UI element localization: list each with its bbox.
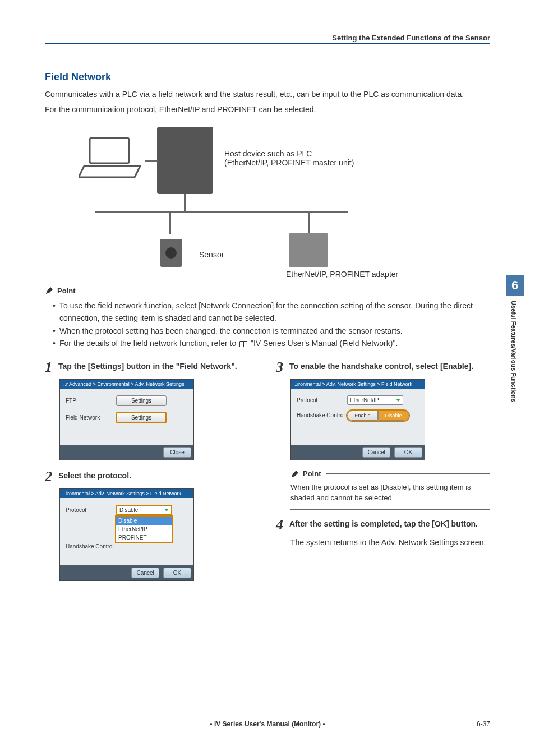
protocol-select[interactable]: EtherNet/IP (347, 395, 403, 405)
point-label: Point (57, 287, 76, 295)
protocol-dropdown[interactable]: Disable EtherNet/IP PROFINET (115, 515, 173, 543)
step3-point-text: When the protocol is set as [Disable], t… (290, 482, 490, 504)
protocol-option-profinet[interactable]: PROFINET (116, 533, 172, 542)
sensor-icon (149, 233, 193, 273)
step-number: 2 (45, 469, 58, 484)
step-1: 1 Tap the [Settings] button in the "Fiel… (45, 360, 259, 375)
breadcrumb: ..r Advanced > Environmental > Adv. Netw… (60, 380, 193, 389)
handshake-label: Handshake Control (66, 543, 116, 550)
connector-line (184, 194, 186, 211)
ui-panel-field-network-protocol: ..ironmental > Adv. Network Settings > F… (59, 488, 194, 581)
cancel-button[interactable]: Cancel (362, 447, 390, 458)
step-text: Select the protocol. (58, 469, 131, 484)
chapter-number: 6 (506, 275, 524, 296)
point-label: Point (303, 469, 321, 478)
connector-line (308, 212, 310, 234)
page-footer: - IV Series User's Manual (Monitor) - 6-… (45, 720, 490, 728)
protocol-select[interactable]: Disable (116, 505, 172, 515)
host-device-label: Host device such as PLC(EtherNet/IP, PRO… (224, 149, 354, 167)
point-list: To use the field network function, selec… (53, 299, 490, 350)
section-title: Field Network (45, 67, 490, 83)
chapter-title: Useful Features/Various Functions (506, 296, 522, 407)
protocol-label: Protocol (66, 507, 116, 513)
connector-line (145, 160, 158, 162)
handshake-toggle[interactable]: Enable Disable (347, 411, 409, 421)
header-title: Setting the Extended Functions of the Se… (332, 34, 490, 42)
step-text: Tap the [Settings] button in the "Field … (58, 360, 237, 375)
toggle-enable[interactable]: Enable (347, 411, 378, 421)
ui-panel-adv-network-settings: ..r Advanced > Environmental > Adv. Netw… (59, 379, 194, 460)
svg-point-2 (165, 247, 177, 259)
protocol-option-ethernetip[interactable]: EtherNet/IP (116, 525, 172, 533)
pen-icon (45, 286, 54, 295)
footer-page-number: 6-37 (456, 720, 490, 728)
host-device-icon (157, 127, 213, 194)
close-button[interactable]: Close (163, 447, 191, 458)
network-diagram: Host device such as PLC(EtherNet/IP, PRO… (45, 121, 490, 278)
chevron-down-icon (396, 399, 400, 402)
cancel-button[interactable]: Cancel (131, 568, 159, 578)
step-3: 3 To enable the handshake control, selec… (276, 360, 490, 375)
protocol-option-disable[interactable]: Disable (116, 517, 172, 525)
book-icon (239, 341, 247, 347)
protocol-label: Protocol (297, 397, 347, 403)
step-number: 3 (276, 360, 289, 375)
running-header: Setting the Extended Functions of the Se… (45, 34, 490, 44)
intro-p2: For the communication protocol, EtherNet… (45, 104, 490, 116)
ftp-label: FTP (66, 398, 116, 404)
ok-button[interactable]: OK (394, 447, 422, 458)
breadcrumb: ..ironmental > Adv. Network Settings > F… (60, 489, 193, 498)
step-number: 4 (276, 518, 289, 532)
adapter-icon (289, 233, 328, 267)
step-text: To enable the handshake control, select … (289, 360, 473, 375)
step-2: 2 Select the protocol. (45, 469, 259, 484)
field-network-settings-button[interactable]: Settings (116, 412, 167, 423)
connector-line (169, 212, 171, 234)
pen-icon (290, 469, 299, 478)
toggle-disable[interactable]: Disable (378, 411, 409, 421)
chapter-tab: 6 Useful Features/Various Functions (506, 275, 524, 407)
point-callout: Point (45, 286, 490, 295)
sensor-label: Sensor (199, 250, 224, 259)
step-text: After the setting is completed, tap the … (289, 518, 478, 532)
point-item: For the details of the field network fun… (53, 337, 490, 349)
step-number: 1 (45, 360, 58, 375)
chevron-down-icon (164, 509, 169, 511)
field-network-label: Field Network (66, 414, 116, 421)
point-item: When the protocol setting has been chang… (53, 325, 490, 337)
step4-followup: The system returns to the Adv. Network S… (290, 537, 490, 548)
laptop-icon (79, 132, 146, 183)
ftp-settings-button[interactable]: Settings (116, 395, 167, 406)
intro-p1: Communicates with a PLC via a field netw… (45, 89, 490, 100)
breadcrumb: ..ironmental > Adv. Network Settings > F… (291, 380, 425, 389)
ok-button[interactable]: OK (163, 568, 191, 578)
point-item: To use the field network function, selec… (53, 299, 490, 325)
adapter-label: EtherNet/IP, PROFINET adapter (286, 270, 398, 279)
handshake-label: Handshake Control (297, 412, 347, 418)
footer-manual-name: - IV Series User's Manual (Monitor) - (79, 720, 456, 728)
point-callout: Point (290, 469, 490, 478)
ui-panel-field-network-handshake: ..ironmental > Adv. Network Settings > F… (290, 379, 425, 460)
step-4: 4 After the setting is completed, tap th… (276, 518, 490, 532)
svg-rect-0 (90, 138, 129, 163)
